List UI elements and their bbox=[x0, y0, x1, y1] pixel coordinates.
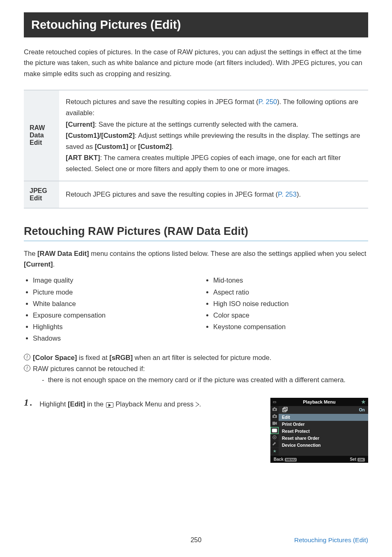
rotate-icon bbox=[282, 407, 288, 412]
jpeg-edit-header: JPEG Edit bbox=[24, 181, 59, 208]
jpeg-edit-cell: Retouch JPEG pictures and save the resul… bbox=[59, 181, 368, 208]
list-item: Aspect ratio bbox=[213, 286, 368, 298]
page-title: Retouching Pictures (Edit) bbox=[24, 12, 368, 37]
options-columns: Image quality Picture mode White balance… bbox=[24, 274, 368, 343]
caution-icon: ! bbox=[24, 354, 30, 360]
svg-rect-11 bbox=[284, 407, 287, 411]
playback-menu-mock: ▭ Playback Menu ★ bbox=[270, 398, 368, 463]
step-number: 1 bbox=[24, 397, 29, 408]
menu-item-reset-share-order: Reset share Order bbox=[279, 435, 368, 442]
menu-set: SetOK bbox=[350, 457, 365, 462]
options-list-right: Mid-tones Aspect ratio High ISO noise re… bbox=[204, 274, 368, 332]
menu-header-left-icon: ▭ bbox=[273, 400, 279, 404]
section-heading: Retouching RAW Pictures (RAW Data Edit) bbox=[24, 225, 368, 241]
menu-tab-gear bbox=[270, 434, 279, 441]
edit-modes-table: RAW Data Edit Retouch pictures and save … bbox=[24, 90, 368, 209]
intro-paragraph: Create retouched copies of pictures. In … bbox=[24, 46, 368, 79]
list-item: Mid-tones bbox=[213, 274, 368, 286]
menu-item-device-connection: Device Connection bbox=[279, 442, 368, 449]
list-item: High ISO noise reduction bbox=[213, 298, 368, 309]
menu-item-reset-protect: Reset Protect bbox=[279, 428, 368, 435]
list-item: Shadows bbox=[33, 332, 188, 344]
list-item: Image quality bbox=[33, 274, 188, 286]
table-row: JPEG Edit Retouch JPEG pictures and save… bbox=[24, 181, 368, 208]
note-subitem: - there is not enough space on the memor… bbox=[24, 374, 368, 385]
svg-point-2 bbox=[274, 409, 275, 411]
menu-tab-wrench bbox=[270, 441, 279, 448]
list-item: Keystone compensation bbox=[213, 321, 368, 332]
list-item: Exposure compensation bbox=[33, 309, 188, 321]
link-p253[interactable]: P. 253 bbox=[278, 190, 297, 198]
note-color-space: ! [Color Space] is fixed at [sRGB] when … bbox=[24, 352, 368, 363]
menu-back-badge: MENU bbox=[285, 458, 297, 462]
step-text: Highlight [Edit] in the Playback Menu an… bbox=[39, 397, 263, 409]
page-number: 250 bbox=[191, 536, 202, 544]
menu-tab-video bbox=[270, 420, 279, 427]
menu-tab-camera1 bbox=[270, 406, 279, 413]
raw-data-edit-header: RAW Data Edit bbox=[24, 90, 59, 181]
svg-point-5 bbox=[274, 416, 275, 418]
menu-item-edit: Edit bbox=[279, 414, 368, 421]
list-item: Color space bbox=[213, 309, 368, 321]
menu-tab-star: ★ bbox=[270, 448, 279, 455]
caution-icon: ! bbox=[24, 365, 30, 371]
menu-back: BackMENU bbox=[274, 457, 297, 462]
right-arrow-icon bbox=[196, 402, 199, 407]
step-1: 1. Highlight [Edit] in the Playback Menu… bbox=[24, 397, 368, 463]
svg-rect-10 bbox=[283, 408, 286, 412]
table-row: RAW Data Edit Retouch pictures and save … bbox=[24, 90, 368, 181]
menu-item-print-order: Print Order bbox=[279, 421, 368, 428]
menu-tab-camera2 bbox=[270, 413, 279, 420]
options-list-left: Image quality Picture mode White balance… bbox=[24, 274, 188, 343]
footer-breadcrumb-link[interactable]: Retouching Pictures (Edit) bbox=[294, 536, 368, 544]
menu-tab-playback bbox=[270, 427, 279, 434]
svg-rect-1 bbox=[274, 407, 275, 408]
menu-item-empty bbox=[279, 449, 368, 456]
menu-item-value: On bbox=[359, 407, 365, 412]
menu-tabs: ★ bbox=[270, 406, 279, 456]
svg-rect-4 bbox=[274, 414, 275, 415]
note-cannot-retouch: ! RAW pictures cannot be retouched if: bbox=[24, 363, 368, 374]
section-intro: The [RAW Data Edit] menu contains the op… bbox=[24, 248, 368, 270]
list-item: Highlights bbox=[33, 321, 188, 332]
list-item: Picture mode bbox=[33, 286, 188, 298]
svg-point-9 bbox=[274, 436, 275, 438]
link-p250[interactable]: P. 250 bbox=[258, 98, 277, 105]
playback-icon bbox=[106, 402, 113, 408]
menu-set-badge: OK bbox=[357, 458, 365, 462]
menu-title: Playback Menu bbox=[303, 399, 335, 404]
menu-item-rotate: On bbox=[279, 406, 368, 414]
raw-data-edit-cell: Retouch pictures and save the resulting … bbox=[59, 90, 368, 181]
svg-rect-6 bbox=[272, 422, 275, 425]
menu-header-star-icon: ★ bbox=[359, 399, 366, 405]
list-item: White balance bbox=[33, 298, 188, 309]
